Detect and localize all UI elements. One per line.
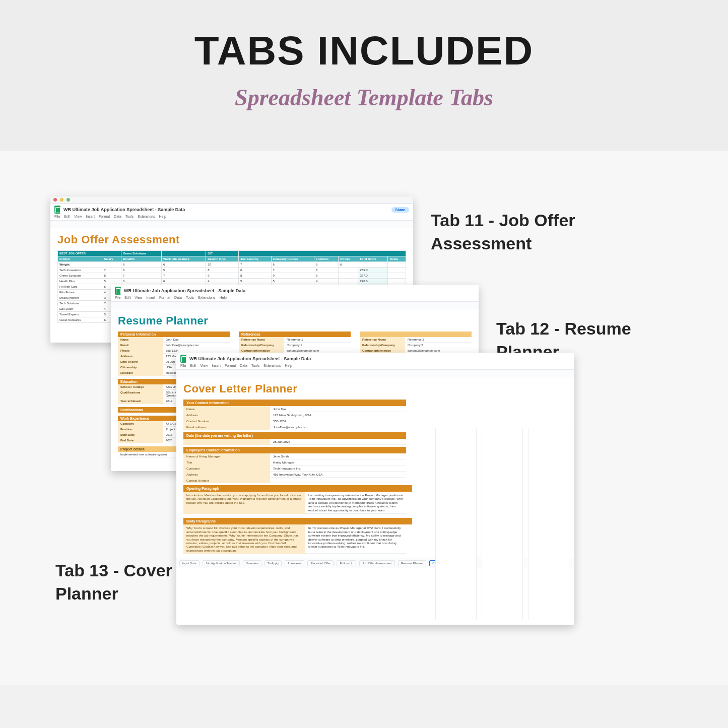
- menu-bar[interactable]: FileEditViewInsertFormatDataToolsExtensi…: [54, 215, 409, 218]
- field-label: Address: [183, 472, 270, 478]
- sheets-icon: [115, 287, 121, 295]
- field-label: Start Date: [118, 432, 163, 438]
- section-body: Body Paragraphs: [183, 518, 412, 524]
- field-value: Tech Innovators Inc.: [270, 466, 406, 472]
- field-value: 25 Jun 2024: [270, 439, 406, 445]
- hero: TABS INCLUDED Spreadsheet Template Tabs: [0, 0, 728, 151]
- menu-item[interactable]: Insert: [86, 215, 95, 218]
- menu-item[interactable]: Format: [225, 364, 236, 367]
- menu-item[interactable]: File: [54, 215, 60, 218]
- menu-item[interactable]: Tools: [125, 215, 134, 218]
- field-label: Relationship/Company: [239, 343, 284, 348]
- hero-title: TABS INCLUDED: [0, 28, 728, 74]
- section-personal: Personal Information: [118, 332, 230, 337]
- menu-item[interactable]: File: [180, 364, 186, 367]
- sheet-cover-letter-planner: WR Ultimate Job Application Spreadsheet …: [176, 353, 574, 625]
- menu-item[interactable]: Format: [99, 215, 110, 218]
- sheet-tab[interactable]: Received Offer: [307, 560, 334, 566]
- toolbar[interactable]: [176, 370, 574, 377]
- menu-item[interactable]: Data: [240, 364, 247, 367]
- menu-item[interactable]: Insert: [212, 364, 221, 367]
- menu-item[interactable]: Data: [114, 215, 121, 218]
- sheet-tab[interactable]: Interviews: [285, 560, 304, 566]
- menu-item[interactable]: Extensions: [263, 364, 281, 367]
- menu-bar[interactable]: FileEditViewInsertFormatDataToolsExtensi…: [180, 364, 570, 367]
- field-label: Contact Number: [183, 418, 270, 424]
- menu-item[interactable]: Extensions: [198, 296, 215, 299]
- sheet-title: Cover Letter Planner: [183, 382, 567, 395]
- field-label: Address: [183, 412, 270, 418]
- doc-name: WR Ultimate Job Application Spreadsheet …: [63, 207, 185, 212]
- menu-item[interactable]: Help: [285, 364, 292, 367]
- body-key: Why You're a Good Fit: Discuss your most…: [183, 524, 305, 554]
- field-label: Citizenship: [118, 365, 163, 370]
- field-value: Company 1: [284, 343, 351, 348]
- field-label: Reference Name: [239, 337, 284, 343]
- menu-item[interactable]: Insert: [146, 296, 155, 299]
- field-value: JohnDoe@example.com: [163, 343, 230, 348]
- field-value: Hiring Manager: [270, 459, 406, 466]
- menu-item[interactable]: Edit: [190, 364, 196, 367]
- share-button[interactable]: Share: [391, 207, 409, 213]
- menu-item[interactable]: File: [115, 296, 120, 299]
- field-value: 456 Innovation Way, Tech City, USA: [270, 472, 406, 478]
- field-value: 123 Main St, Anytown, USA: [270, 412, 406, 418]
- hero-subtitle: Spreadsheet Template Tabs: [0, 84, 728, 111]
- menu-item[interactable]: Data: [174, 296, 182, 299]
- menu-item[interactable]: Help: [219, 296, 226, 299]
- sheet-tab[interactable]: Overview: [243, 560, 261, 566]
- field-label: Date of birth: [118, 359, 163, 365]
- menu-item[interactable]: Edit: [124, 296, 130, 299]
- ghost-columns: [435, 428, 569, 620]
- menu-item[interactable]: Edit: [64, 215, 70, 218]
- menu-item[interactable]: View: [135, 296, 142, 299]
- section-header: Date (the date you are writing the lette…: [183, 432, 406, 439]
- menu-bar[interactable]: FileEditViewInsertFormatDataToolsExtensi…: [115, 296, 475, 299]
- sheet-tab[interactable]: To Apply: [264, 560, 282, 566]
- opening-val: I am writing to express my interest in t…: [305, 492, 406, 514]
- section-header: Employer's Contact Information: [183, 447, 406, 453]
- menu-item[interactable]: Extensions: [138, 215, 155, 218]
- sheet-tab[interactable]: Job Offer Assessment: [359, 560, 395, 566]
- label-tab-11: Tab 11 - Job Offer Assessment: [431, 209, 652, 255]
- section-header: Your Contact Information: [183, 400, 406, 406]
- sheets-icon: [180, 355, 186, 363]
- sheet-tab[interactable]: Follow Up: [337, 560, 356, 566]
- field-value: 555-1234: [270, 418, 406, 424]
- sheet-tab[interactable]: Resume Planner: [398, 560, 427, 566]
- field-label: School / College: [118, 384, 163, 390]
- menu-item[interactable]: Tools: [186, 296, 194, 299]
- section-references-2: [360, 332, 472, 337]
- field-label: Year achieved: [118, 399, 163, 404]
- field-label: Company: [183, 466, 270, 472]
- menu-item[interactable]: View: [200, 364, 208, 367]
- menu-item[interactable]: Help: [159, 215, 166, 218]
- field-label: End Date: [118, 438, 163, 443]
- field-value: Jane Smith: [270, 453, 406, 459]
- field-value: Company 2: [405, 343, 472, 348]
- field-label: Relationship/Company: [360, 343, 405, 348]
- toolbar[interactable]: [111, 302, 479, 309]
- toolbar[interactable]: [50, 221, 413, 228]
- doc-name: WR Ultimate Job Application Spreadsheet …: [124, 288, 245, 293]
- sheet-title: Job Offer Assessment: [57, 233, 406, 246]
- field-label: Email address: [183, 424, 270, 430]
- section-references: References: [239, 332, 351, 337]
- field-value: JohnDoe@example.com: [270, 424, 406, 430]
- titlebar: WR Ultimate Job Application Spreadsheet …: [111, 285, 479, 302]
- section-opening: Opening Paragraph: [183, 485, 412, 492]
- field-label: Email: [118, 343, 163, 348]
- field-label: LinkedIn: [118, 370, 163, 376]
- field-value: [270, 478, 406, 483]
- menu-item[interactable]: Tools: [251, 364, 259, 367]
- titlebar: WR Ultimate Job Application Spreadsheet …: [176, 353, 574, 370]
- field-label: Name: [183, 406, 270, 412]
- field-label: Qualifications: [118, 390, 163, 399]
- menu-item[interactable]: View: [74, 215, 82, 218]
- menu-item[interactable]: Format: [159, 296, 170, 299]
- titlebar: WR Ultimate Job Application Spreadsheet …: [50, 204, 413, 221]
- field-label: Contact Number: [183, 478, 270, 483]
- sheet-tab[interactable]: Job Application Tracker: [203, 560, 240, 566]
- sheet-tab[interactable]: Input Data: [179, 560, 200, 566]
- sheets-icon: [54, 206, 60, 214]
